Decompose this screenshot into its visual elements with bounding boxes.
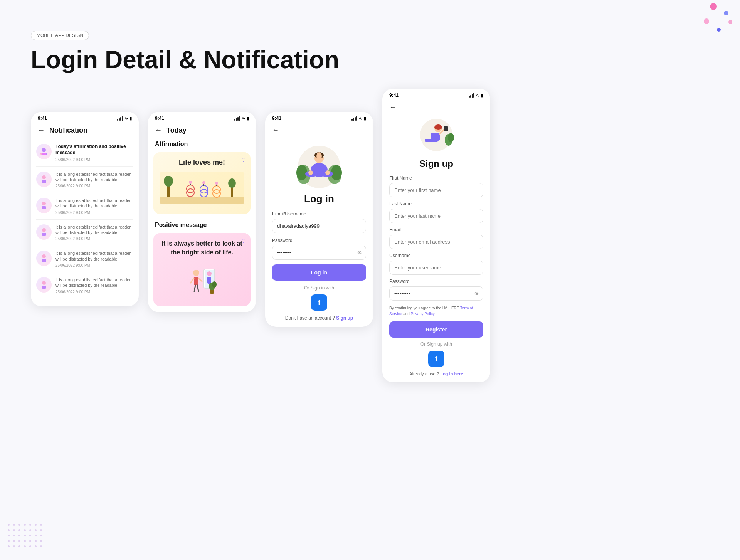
wifi-icon: ∿ [124, 116, 128, 121]
notif-content-2: It is a long established fact that a rea… [56, 172, 133, 188]
email-input-signup[interactable] [389, 235, 483, 249]
notification-item-5[interactable]: It is a long established fact that a rea… [36, 246, 133, 272]
signal-icon-4 [469, 93, 474, 98]
password-wrapper: 👁 [272, 246, 366, 260]
svg-rect-64 [444, 126, 448, 131]
notification-item-6[interactable]: It is a long established fact that a rea… [36, 272, 133, 299]
phones-container: 9:41 ∿ ▮ ← Notification [0, 89, 740, 405]
notif-content-3: It is a long established fact that a rea… [56, 198, 133, 215]
notif-avatar-1 [36, 144, 52, 159]
svg-point-17 [164, 176, 173, 187]
back-button-notification[interactable]: ← [38, 126, 45, 135]
status-icons-2: ∿ ▮ [234, 116, 249, 121]
facebook-signin-button[interactable]: f [311, 294, 327, 311]
svg-rect-37 [194, 277, 198, 285]
username-label: Username [389, 253, 483, 258]
eye-icon-signup[interactable]: 👁 [474, 291, 479, 297]
email-input[interactable] [272, 219, 366, 233]
facebook-signup-button[interactable]: f [428, 351, 444, 367]
svg-point-12 [42, 281, 46, 285]
facebook-icon: f [318, 299, 320, 307]
login-title: Log in [265, 193, 373, 205]
svg-point-60 [434, 124, 442, 130]
privacy-link[interactable]: Privacy Policy [411, 312, 435, 316]
svg-point-56 [308, 170, 313, 175]
affirmation-card: ⇧ Life loves me! [153, 152, 251, 214]
notif-content-1: Today's affirmation and positive message… [56, 144, 133, 161]
notif-content-6: It is a long established fact that a rea… [56, 277, 133, 294]
wifi-icon-2: ∿ [242, 116, 245, 121]
signup-link[interactable]: Sign up [336, 315, 353, 321]
svg-line-39 [198, 278, 202, 281]
terms-text: By continuing you agree to the I'M HERE … [389, 305, 483, 317]
status-bar-login: 9:41 ∿ ▮ [265, 112, 373, 123]
last-name-label: Last Name [389, 201, 483, 207]
notification-item-3[interactable]: It is a long established fact that a rea… [36, 193, 133, 220]
battery-icon: ▮ [130, 116, 132, 121]
phone-notification: 9:41 ∿ ▮ ← Notification [31, 112, 139, 306]
battery-icon-4: ▮ [481, 93, 483, 98]
email-label-signup: Email [389, 227, 483, 232]
notif-content-4: It is a long established fact that a rea… [56, 224, 133, 241]
notification-item-2[interactable]: It is a long established fact that a rea… [36, 167, 133, 193]
notif-time-3: 25/06/2022 9:00 PM [56, 210, 133, 215]
username-input[interactable] [389, 261, 483, 275]
notif-time-4: 25/06/2022 9:00 PM [56, 237, 133, 241]
svg-line-38 [190, 278, 194, 283]
password-input[interactable] [272, 246, 366, 260]
svg-point-49 [331, 165, 342, 180]
login-button[interactable]: Log in [272, 264, 366, 281]
svg-point-52 [316, 152, 322, 160]
notification-item-4[interactable]: It is a long established fact that a rea… [36, 220, 133, 246]
phone-today: 9:41 ∿ ▮ ← Today Affirmation ⇧ Life love… [148, 112, 256, 312]
email-label: Email/Username [272, 211, 366, 217]
wifi-icon-3: ∿ [359, 116, 362, 121]
svg-point-23 [189, 181, 192, 184]
login-here-link[interactable]: Log in here [440, 372, 463, 376]
first-name-input[interactable] [389, 183, 483, 197]
svg-point-36 [193, 270, 199, 276]
login-form: Email/Username Password 👁 Log in Or Sign… [265, 211, 373, 327]
signup-title: Sign up [382, 158, 490, 169]
or-signin-text: Or Sign in with [272, 285, 366, 291]
notification-list: Today's affirmation and positive message… [31, 139, 139, 306]
facebook-icon-signup: f [435, 355, 437, 363]
back-button-today[interactable]: ← [155, 126, 162, 135]
svg-point-34 [207, 271, 212, 276]
nav-login: ← [265, 123, 373, 138]
register-button[interactable]: Register [389, 321, 483, 338]
svg-point-10 [42, 254, 46, 258]
back-button-login[interactable]: ← [272, 126, 279, 134]
signal-icon-3 [352, 116, 357, 121]
status-icons-3: ∿ ▮ [352, 116, 366, 121]
share-icon-positive[interactable]: ⇧ [241, 238, 246, 244]
last-name-input[interactable] [389, 209, 483, 223]
affirmation-section-title: Affirmation [148, 139, 256, 152]
share-icon[interactable]: ⇧ [241, 157, 246, 163]
positive-illustration [160, 261, 244, 300]
nav-signup: ← [382, 100, 490, 114]
notif-content-5: It is a long established fact that a rea… [56, 251, 133, 267]
signup-illustration-container [382, 114, 490, 155]
svg-line-40 [194, 285, 195, 291]
notification-item-1[interactable]: Today's affirmation and positive message… [36, 139, 133, 166]
eye-icon-login[interactable]: 👁 [357, 250, 362, 256]
status-bar-today: 9:41 ∿ ▮ [148, 112, 256, 123]
svg-point-66 [448, 133, 454, 142]
svg-point-19 [228, 178, 236, 188]
battery-icon-3: ▮ [364, 116, 366, 121]
svg-point-8 [42, 228, 46, 232]
svg-point-47 [296, 165, 307, 180]
notif-text-6: It is a long established fact that a rea… [56, 277, 133, 288]
back-button-signup[interactable]: ← [389, 103, 396, 111]
svg-point-27 [202, 181, 205, 184]
notif-time-6: 25/06/2022 9:00 PM [56, 290, 133, 294]
svg-rect-9 [42, 233, 46, 236]
svg-point-4 [42, 175, 46, 179]
password-input-signup[interactable] [389, 286, 483, 301]
notif-avatar-6 [36, 277, 52, 293]
notif-time-1: 25/06/2022 9:00 PM [56, 158, 133, 162]
svg-rect-3 [42, 153, 46, 155]
svg-rect-15 [160, 197, 244, 204]
signup-form: First Name Last Name Email Username Pass… [382, 175, 490, 382]
